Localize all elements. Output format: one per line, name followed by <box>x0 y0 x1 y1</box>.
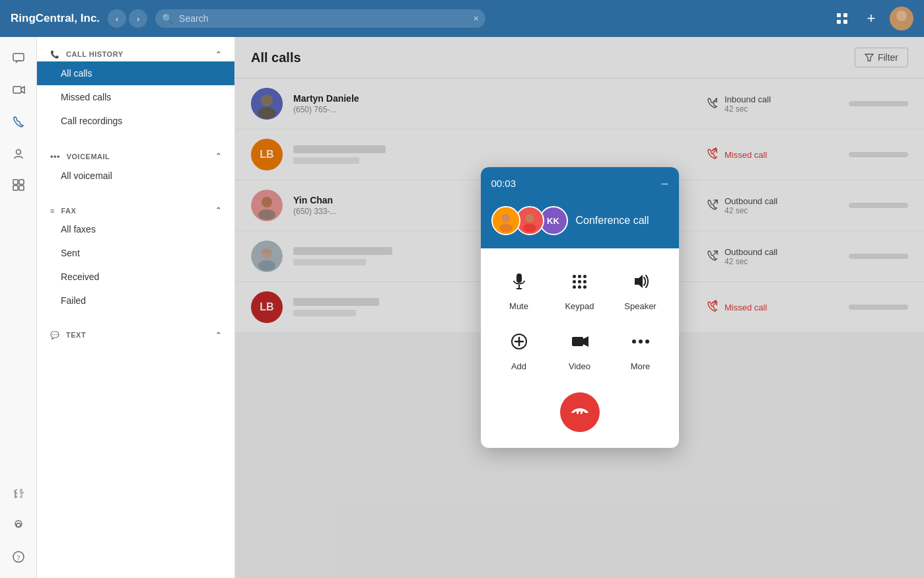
svg-rect-13 <box>19 186 24 190</box>
mute-icon <box>505 267 534 296</box>
more-control[interactable]: More <box>616 327 666 371</box>
hangup-button[interactable] <box>560 392 600 432</box>
microphone-icon <box>511 273 527 290</box>
voicemail-header[interactable]: ••• VOICEMAIL ⌃ <box>37 149 234 164</box>
more-label: More <box>631 361 651 371</box>
svg-point-35 <box>523 224 536 233</box>
sidebar-item-sent[interactable]: Sent <box>37 241 234 265</box>
video-icon <box>12 83 25 96</box>
integrations-button[interactable] <box>5 480 32 507</box>
dot <box>583 280 586 283</box>
fax-icon: ≡ <box>50 207 55 215</box>
svg-rect-8 <box>13 87 21 93</box>
text-icon: 💬 <box>50 331 60 339</box>
sidebar-item-all-voicemail[interactable]: All voicemail <box>37 164 234 188</box>
svg-point-31 <box>501 214 510 223</box>
sidebar-item-call-recordings[interactable]: Call recordings <box>37 109 234 133</box>
sidebar-item-all-calls[interactable]: All calls <box>37 61 234 85</box>
collapse-fax-icon: ⌃ <box>215 206 222 215</box>
conference-avatars: KK <box>491 206 568 235</box>
sidebar-item-missed-calls[interactable]: Missed calls <box>37 85 234 109</box>
keypad-icon <box>565 267 594 296</box>
avatar-person1 <box>493 206 519 235</box>
search-clear-icon[interactable]: × <box>474 13 479 24</box>
settings-icon <box>12 519 25 532</box>
forward-button[interactable]: › <box>129 9 147 28</box>
keypad-label: Keypad <box>565 301 594 311</box>
call-history-header[interactable]: 📞 CALL HISTORY ⌃ <box>37 48 234 61</box>
conf-avatar-1 <box>491 206 520 235</box>
svg-rect-12 <box>13 186 18 190</box>
svg-point-46 <box>639 340 643 343</box>
video-control[interactable]: Video <box>555 327 605 371</box>
svg-point-47 <box>645 340 649 343</box>
svg-point-45 <box>632 340 636 343</box>
add-control[interactable]: Add <box>494 327 544 371</box>
sidebar-item-phone[interactable] <box>5 108 32 135</box>
settings-button[interactable] <box>5 512 32 538</box>
search-wrapper: 🔍 × <box>155 9 485 28</box>
svg-rect-1 <box>843 13 847 17</box>
text-section: 💬 TEXT ⌃ <box>37 318 234 347</box>
svg-rect-0 <box>837 13 841 17</box>
hangup-row <box>494 392 666 432</box>
sidebar-item-contacts[interactable] <box>5 140 32 166</box>
call-history-label: 📞 CALL HISTORY <box>50 50 124 59</box>
svg-point-32 <box>499 224 513 233</box>
collapse-icon: ⌃ <box>215 50 222 59</box>
grid-icon <box>835 12 849 25</box>
voicemail-label: ••• VOICEMAIL <box>50 151 110 161</box>
svg-rect-10 <box>13 180 18 184</box>
video-svg <box>571 334 589 349</box>
svg-point-34 <box>525 214 534 223</box>
search-input[interactable] <box>155 9 485 28</box>
sidebar-item-video[interactable] <box>5 77 32 103</box>
svg-rect-7 <box>13 54 24 61</box>
puzzle-icon <box>12 487 25 500</box>
grid-icon-button[interactable] <box>832 8 853 29</box>
fax-header[interactable]: ≡ FAX ⌃ <box>37 203 234 217</box>
sidebar-item-apps[interactable] <box>5 172 32 198</box>
video-ctrl-icon <box>565 327 594 356</box>
icon-bar: ? <box>0 37 37 578</box>
svg-marker-39 <box>635 275 643 288</box>
modal-overlay: 00:03 – <box>235 37 924 578</box>
voicemail-section: ••• VOICEMAIL ⌃ All voicemail <box>37 138 234 193</box>
back-button[interactable]: ‹ <box>108 9 126 28</box>
content-area: All calls Filter Mar <box>235 37 924 578</box>
fax-label: ≡ FAX <box>50 207 76 215</box>
modal-close-button[interactable]: – <box>661 176 668 190</box>
add-label: Add <box>511 361 526 371</box>
conference-call-modal: 00:03 – <box>481 167 679 448</box>
help-icon: ? <box>12 550 25 563</box>
sidebar-item-all-faxes[interactable]: All faxes <box>37 217 234 241</box>
speaker-icon <box>626 267 655 296</box>
collapse-voicemail-icon: ⌃ <box>215 152 222 161</box>
dot <box>583 285 586 289</box>
sidebar-item-failed[interactable]: Failed <box>37 289 234 312</box>
dot <box>583 275 586 278</box>
dot <box>578 285 581 289</box>
more-icon <box>626 327 655 356</box>
text-header[interactable]: 💬 TEXT ⌃ <box>37 328 234 342</box>
speaker-svg <box>632 273 649 289</box>
add-button[interactable]: + <box>861 8 882 29</box>
sidebar-item-received[interactable]: Received <box>37 265 234 289</box>
avatar-person2 <box>516 206 543 235</box>
mute-control[interactable]: Mute <box>494 267 544 311</box>
help-button[interactable]: ? <box>5 544 32 570</box>
topbar: RingCentral, Inc. ‹ › 🔍 × + <box>0 0 924 37</box>
mute-label: Mute <box>509 301 528 311</box>
conference-row: KK Conference call <box>481 199 679 248</box>
call-history-section: 📞 CALL HISTORY ⌃ All calls Missed calls … <box>37 37 234 138</box>
user-avatar[interactable] <box>890 7 913 30</box>
fax-section: ≡ FAX ⌃ All faxes Sent Received Failed <box>37 193 234 318</box>
keypad-control[interactable]: Keypad <box>555 267 605 311</box>
modal-body: Mute <box>481 248 679 448</box>
speaker-control[interactable]: Speaker <box>616 267 666 311</box>
conference-label: Conference call <box>576 215 668 227</box>
nav-buttons: ‹ › <box>108 9 147 28</box>
svg-rect-3 <box>843 20 847 24</box>
sidebar-item-messages[interactable] <box>5 45 32 71</box>
dot <box>573 285 576 289</box>
